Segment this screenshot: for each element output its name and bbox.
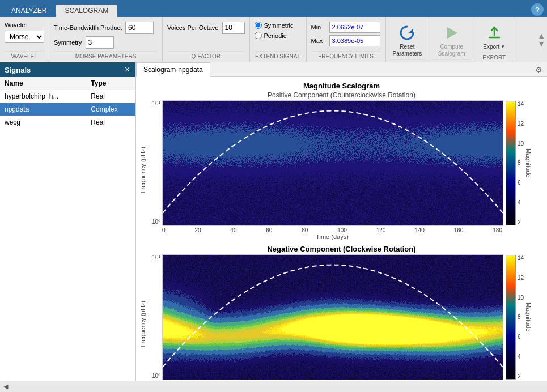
plot2-block: Negative Component (Clockwise Rotation) … [138,245,545,381]
wavelet-label: Wavelet [5,22,44,28]
wavelet-select[interactable]: Morse Bump Amor [5,31,44,43]
morse-params-label: MORSE PARAMETERS [54,51,158,59]
min-label: Min [311,24,327,31]
reset-icon [398,24,416,42]
plot2-colorbar: 14 12 10 8 6 4 2 Magnitude [506,254,532,380]
periodic-radio[interactable] [255,32,262,39]
signal-row-3[interactable]: wecg Real [0,116,135,129]
extend-label: EXTEND SIGNAL [255,51,302,59]
compute-section: ComputeScalogram COMPUTE [429,17,474,62]
plot1-title: Magnitude Scalogram [138,82,545,90]
signal-row-1[interactable]: hyperbolchirp_h... Real [0,90,135,103]
freq-limits-section: Min Max FREQUENCY LIMITS [307,17,386,62]
svg-marker-1 [447,27,457,39]
col-type: Type [86,77,135,90]
extend-section: Symmetric Periodic EXTEND SIGNAL [250,17,307,62]
symmetry-label: Symmetry [54,39,82,46]
export-section: Export ▼ EXPORT [474,17,514,62]
toolbar-scroll[interactable]: ▲ ▼ [536,17,547,62]
status-bar: ◀ [0,381,547,392]
signals-header: Signals × [0,62,135,77]
signals-panel: Signals × Name Type hyperbolchirp_h... R… [0,62,136,381]
max-label: Max [311,37,327,44]
plot1-subtitle: Positive Component (Counterclockwise Rot… [138,91,545,99]
chart-tabs-bar: Scalogram-npgdata ⚙ [136,62,547,77]
plot2-canvas [162,254,503,380]
morse-params-section: Time-Bandwidth Product Symmetry MORSE PA… [49,17,163,62]
chart-area: Scalogram-npgdata ⚙ Magnitude Scalogram … [136,62,547,381]
compute-icon [443,24,461,42]
q-factor-label: Q-FACTOR [167,51,245,59]
tbp-input[interactable] [125,22,154,34]
signals-close-button[interactable]: × [124,65,131,74]
compute-button[interactable]: ComputeScalogram [435,22,469,59]
min-input[interactable] [329,22,380,33]
export-icon [485,24,503,42]
plot2-y-label: Frequency (µHz) [138,301,146,347]
reset-section: ResetParameters RESET [386,17,430,62]
symmetric-radio-label[interactable]: Symmetric [255,22,302,29]
voices-input[interactable] [222,22,245,34]
export-label: Export ▼ [483,44,505,50]
scroll-left[interactable]: ◀ [3,383,8,390]
col-name: Name [0,77,86,90]
signal-row-2[interactable]: npgdata Complex [0,103,135,116]
plot1-colorbar: 14 12 10 8 6 4 2 Magnitude [506,100,532,226]
plot1-colorbar-title: Magnitude [525,148,532,177]
chart-tab-settings-icon[interactable]: ⚙ [532,63,545,76]
compute-label: ComputeScalogram [438,44,465,57]
plot2-title: Negative Component (Clockwise Rotation) [138,245,545,253]
plot1-x-label: Time (days) [162,233,502,240]
plot1-block: Magnitude Scalogram Positive Component (… [138,82,545,240]
tab-scalogram[interactable]: SCALOGRAM [56,5,117,17]
wavelet-section: Wavelet Morse Bump Amor WAVELET [0,17,49,62]
export-button[interactable]: Export ▼ [478,22,510,52]
signals-table: Name Type hyperbolchirp_h... Real npgdat… [0,77,135,381]
svg-marker-0 [409,28,413,33]
plot1-y-label: Frequency (µHz) [138,147,146,193]
q-factor-section: Voices Per Octave Q-FACTOR [163,17,250,62]
charts-container: Magnitude Scalogram Positive Component (… [136,77,547,381]
plot1-canvas [162,100,503,226]
symmetry-input[interactable] [86,36,114,49]
tbp-label: Time-Bandwidth Product [54,24,122,31]
freq-limits-label: FREQUENCY LIMITS [311,51,381,59]
wavelet-section-label: WAVELET [5,51,44,59]
max-input[interactable] [329,35,380,46]
plot2-colorbar-title: Magnitude [525,302,532,331]
reset-button[interactable]: ResetParameters [389,22,426,59]
tab-analyzer[interactable]: ANALYZER [2,5,56,17]
help-button[interactable]: ? [531,3,544,16]
periodic-radio-label[interactable]: Periodic [255,32,302,39]
symmetric-radio[interactable] [255,22,262,29]
chart-tab-scalogram[interactable]: Scalogram-npgdata [136,62,210,77]
export-section-label: EXPORT [478,52,510,61]
voices-label: Voices Per Octave [167,24,219,31]
reset-label: ResetParameters [393,44,422,57]
